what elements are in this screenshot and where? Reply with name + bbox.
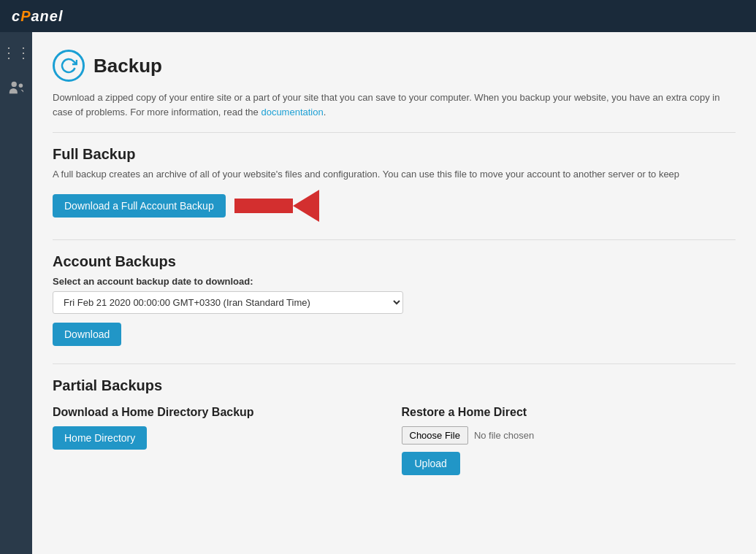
cpanel-logo: cPanel	[12, 8, 64, 25]
arrow-head	[293, 190, 319, 222]
grid-icon[interactable]: ⋮⋮	[4, 41, 28, 64]
account-backups-heading: Account Backups	[53, 253, 736, 270]
upload-button[interactable]: Upload	[402, 452, 460, 475]
svg-point-1	[19, 84, 23, 88]
users-icon[interactable]	[4, 76, 28, 99]
topbar: cPanel	[0, 0, 756, 32]
full-backup-description: A full backup creates an archive of all …	[53, 169, 736, 180]
restore-home-dir-col: Restore a Home Direct Choose File No fil…	[402, 406, 736, 475]
documentation-link[interactable]: documentation	[261, 107, 323, 118]
no-file-label: No file chosen	[474, 430, 534, 441]
backup-date-select[interactable]: Fri Feb 21 2020 00:00:00 GMT+0330 (Iran …	[53, 291, 403, 314]
main-layout: ⋮⋮ Backup Download a zipped copy of your…	[0, 32, 756, 554]
section-divider-2	[53, 239, 736, 240]
page-description: Download a zipped copy of your entire si…	[53, 91, 736, 119]
partial-backups-heading: Partial Backups	[53, 377, 736, 394]
partial-backups-section: Partial Backups Download a Home Director…	[53, 377, 736, 475]
main-content: Backup Download a zipped copy of your en…	[32, 32, 756, 554]
section-divider-3	[53, 363, 736, 364]
sidebar: ⋮⋮	[0, 32, 32, 554]
choose-file-button[interactable]: Choose File	[402, 426, 468, 445]
select-label: Select an account backup date to downloa…	[53, 276, 736, 287]
file-input-row: Choose File No file chosen	[402, 426, 736, 445]
page-title: Backup	[93, 55, 162, 77]
account-backups-section: Account Backups Select an account backup…	[53, 253, 736, 346]
home-directory-button[interactable]: Home Directory	[53, 426, 147, 450]
arrow-body	[234, 199, 293, 213]
red-arrow	[234, 190, 319, 222]
section-divider-1	[53, 132, 736, 133]
download-button[interactable]: Download	[53, 323, 121, 346]
svg-point-0	[12, 82, 17, 87]
download-home-dir-col: Download a Home Directory Backup Home Di…	[53, 406, 387, 475]
arrow-container: Download a Full Account Backup	[53, 190, 736, 222]
full-backup-heading: Full Backup	[53, 146, 736, 163]
full-backup-section: Full Backup A full backup creates an arc…	[53, 146, 736, 222]
page-header: Backup	[53, 50, 736, 82]
restore-home-dir-heading: Restore a Home Direct	[402, 406, 736, 419]
download-full-backup-button[interactable]: Download a Full Account Backup	[53, 194, 226, 218]
backup-icon	[53, 50, 85, 82]
partial-grid: Download a Home Directory Backup Home Di…	[53, 406, 736, 475]
download-home-dir-heading: Download a Home Directory Backup	[53, 406, 387, 419]
